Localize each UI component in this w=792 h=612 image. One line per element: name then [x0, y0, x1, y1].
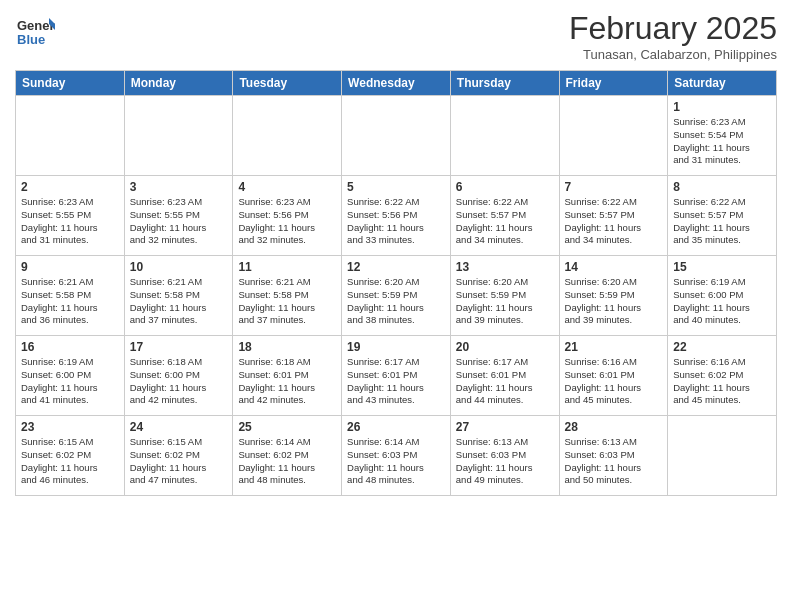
day-number: 9 [21, 260, 119, 274]
day-info: Sunrise: 6:22 AM Sunset: 5:57 PM Dayligh… [673, 196, 771, 247]
day-info: Sunrise: 6:19 AM Sunset: 6:00 PM Dayligh… [21, 356, 119, 407]
day-info: Sunrise: 6:20 AM Sunset: 5:59 PM Dayligh… [565, 276, 663, 327]
day-info: Sunrise: 6:19 AM Sunset: 6:00 PM Dayligh… [673, 276, 771, 327]
calendar-cell: 13Sunrise: 6:20 AM Sunset: 5:59 PM Dayli… [450, 256, 559, 336]
calendar-cell: 28Sunrise: 6:13 AM Sunset: 6:03 PM Dayli… [559, 416, 668, 496]
calendar-week-row: 2Sunrise: 6:23 AM Sunset: 5:55 PM Daylig… [16, 176, 777, 256]
calendar-week-row: 1Sunrise: 6:23 AM Sunset: 5:54 PM Daylig… [16, 96, 777, 176]
day-info: Sunrise: 6:21 AM Sunset: 5:58 PM Dayligh… [21, 276, 119, 327]
calendar-cell: 23Sunrise: 6:15 AM Sunset: 6:02 PM Dayli… [16, 416, 125, 496]
day-info: Sunrise: 6:16 AM Sunset: 6:02 PM Dayligh… [673, 356, 771, 407]
calendar-cell: 24Sunrise: 6:15 AM Sunset: 6:02 PM Dayli… [124, 416, 233, 496]
calendar-cell: 7Sunrise: 6:22 AM Sunset: 5:57 PM Daylig… [559, 176, 668, 256]
day-info: Sunrise: 6:15 AM Sunset: 6:02 PM Dayligh… [21, 436, 119, 487]
calendar-cell: 11Sunrise: 6:21 AM Sunset: 5:58 PM Dayli… [233, 256, 342, 336]
calendar-cell: 21Sunrise: 6:16 AM Sunset: 6:01 PM Dayli… [559, 336, 668, 416]
day-number: 1 [673, 100, 771, 114]
day-number: 17 [130, 340, 228, 354]
day-number: 23 [21, 420, 119, 434]
day-info: Sunrise: 6:17 AM Sunset: 6:01 PM Dayligh… [456, 356, 554, 407]
calendar-cell: 12Sunrise: 6:20 AM Sunset: 5:59 PM Dayli… [342, 256, 451, 336]
day-info: Sunrise: 6:18 AM Sunset: 6:01 PM Dayligh… [238, 356, 336, 407]
logo: General Blue [15, 10, 55, 54]
calendar-cell: 27Sunrise: 6:13 AM Sunset: 6:03 PM Dayli… [450, 416, 559, 496]
calendar-cell: 22Sunrise: 6:16 AM Sunset: 6:02 PM Dayli… [668, 336, 777, 416]
location: Tunasan, Calabarzon, Philippines [569, 47, 777, 62]
calendar-cell [16, 96, 125, 176]
day-number: 20 [456, 340, 554, 354]
calendar-header-row: Sunday Monday Tuesday Wednesday Thursday… [16, 71, 777, 96]
day-info: Sunrise: 6:22 AM Sunset: 5:57 PM Dayligh… [456, 196, 554, 247]
day-number: 18 [238, 340, 336, 354]
day-number: 7 [565, 180, 663, 194]
logo-graphic: General Blue [15, 10, 55, 54]
day-info: Sunrise: 6:23 AM Sunset: 5:54 PM Dayligh… [673, 116, 771, 167]
day-number: 28 [565, 420, 663, 434]
calendar-cell: 9Sunrise: 6:21 AM Sunset: 5:58 PM Daylig… [16, 256, 125, 336]
day-number: 5 [347, 180, 445, 194]
day-number: 19 [347, 340, 445, 354]
day-info: Sunrise: 6:13 AM Sunset: 6:03 PM Dayligh… [565, 436, 663, 487]
day-number: 11 [238, 260, 336, 274]
calendar-week-row: 9Sunrise: 6:21 AM Sunset: 5:58 PM Daylig… [16, 256, 777, 336]
calendar-cell: 10Sunrise: 6:21 AM Sunset: 5:58 PM Dayli… [124, 256, 233, 336]
day-info: Sunrise: 6:18 AM Sunset: 6:00 PM Dayligh… [130, 356, 228, 407]
col-tuesday: Tuesday [233, 71, 342, 96]
day-info: Sunrise: 6:23 AM Sunset: 5:56 PM Dayligh… [238, 196, 336, 247]
calendar-cell: 1Sunrise: 6:23 AM Sunset: 5:54 PM Daylig… [668, 96, 777, 176]
col-sunday: Sunday [16, 71, 125, 96]
day-number: 3 [130, 180, 228, 194]
calendar-cell: 2Sunrise: 6:23 AM Sunset: 5:55 PM Daylig… [16, 176, 125, 256]
day-info: Sunrise: 6:20 AM Sunset: 5:59 PM Dayligh… [456, 276, 554, 327]
day-number: 16 [21, 340, 119, 354]
calendar-cell: 18Sunrise: 6:18 AM Sunset: 6:01 PM Dayli… [233, 336, 342, 416]
calendar-cell [342, 96, 451, 176]
day-number: 22 [673, 340, 771, 354]
calendar-cell [233, 96, 342, 176]
day-info: Sunrise: 6:22 AM Sunset: 5:56 PM Dayligh… [347, 196, 445, 247]
day-number: 14 [565, 260, 663, 274]
calendar-cell [450, 96, 559, 176]
day-number: 26 [347, 420, 445, 434]
calendar-cell: 20Sunrise: 6:17 AM Sunset: 6:01 PM Dayli… [450, 336, 559, 416]
col-saturday: Saturday [668, 71, 777, 96]
day-info: Sunrise: 6:16 AM Sunset: 6:01 PM Dayligh… [565, 356, 663, 407]
title-block: February 2025 Tunasan, Calabarzon, Phili… [569, 10, 777, 62]
day-number: 10 [130, 260, 228, 274]
calendar-cell: 19Sunrise: 6:17 AM Sunset: 6:01 PM Dayli… [342, 336, 451, 416]
day-info: Sunrise: 6:20 AM Sunset: 5:59 PM Dayligh… [347, 276, 445, 327]
col-wednesday: Wednesday [342, 71, 451, 96]
header: General Blue February 2025 Tunasan, Cala… [15, 10, 777, 62]
day-number: 8 [673, 180, 771, 194]
day-info: Sunrise: 6:14 AM Sunset: 6:03 PM Dayligh… [347, 436, 445, 487]
day-info: Sunrise: 6:17 AM Sunset: 6:01 PM Dayligh… [347, 356, 445, 407]
day-info: Sunrise: 6:21 AM Sunset: 5:58 PM Dayligh… [130, 276, 228, 327]
calendar-cell: 15Sunrise: 6:19 AM Sunset: 6:00 PM Dayli… [668, 256, 777, 336]
calendar-week-row: 16Sunrise: 6:19 AM Sunset: 6:00 PM Dayli… [16, 336, 777, 416]
day-info: Sunrise: 6:23 AM Sunset: 5:55 PM Dayligh… [21, 196, 119, 247]
day-number: 2 [21, 180, 119, 194]
day-number: 24 [130, 420, 228, 434]
page: General Blue February 2025 Tunasan, Cala… [0, 0, 792, 612]
calendar-cell [124, 96, 233, 176]
day-number: 15 [673, 260, 771, 274]
calendar-cell: 14Sunrise: 6:20 AM Sunset: 5:59 PM Dayli… [559, 256, 668, 336]
day-info: Sunrise: 6:21 AM Sunset: 5:58 PM Dayligh… [238, 276, 336, 327]
calendar-cell: 17Sunrise: 6:18 AM Sunset: 6:00 PM Dayli… [124, 336, 233, 416]
day-info: Sunrise: 6:13 AM Sunset: 6:03 PM Dayligh… [456, 436, 554, 487]
calendar-cell: 26Sunrise: 6:14 AM Sunset: 6:03 PM Dayli… [342, 416, 451, 496]
calendar-table: Sunday Monday Tuesday Wednesday Thursday… [15, 70, 777, 496]
calendar-cell: 5Sunrise: 6:22 AM Sunset: 5:56 PM Daylig… [342, 176, 451, 256]
calendar-week-row: 23Sunrise: 6:15 AM Sunset: 6:02 PM Dayli… [16, 416, 777, 496]
day-number: 27 [456, 420, 554, 434]
calendar-cell [559, 96, 668, 176]
month-title: February 2025 [569, 10, 777, 47]
calendar-cell: 3Sunrise: 6:23 AM Sunset: 5:55 PM Daylig… [124, 176, 233, 256]
day-number: 21 [565, 340, 663, 354]
day-number: 4 [238, 180, 336, 194]
day-number: 13 [456, 260, 554, 274]
svg-text:Blue: Blue [17, 32, 45, 47]
col-thursday: Thursday [450, 71, 559, 96]
col-monday: Monday [124, 71, 233, 96]
col-friday: Friday [559, 71, 668, 96]
